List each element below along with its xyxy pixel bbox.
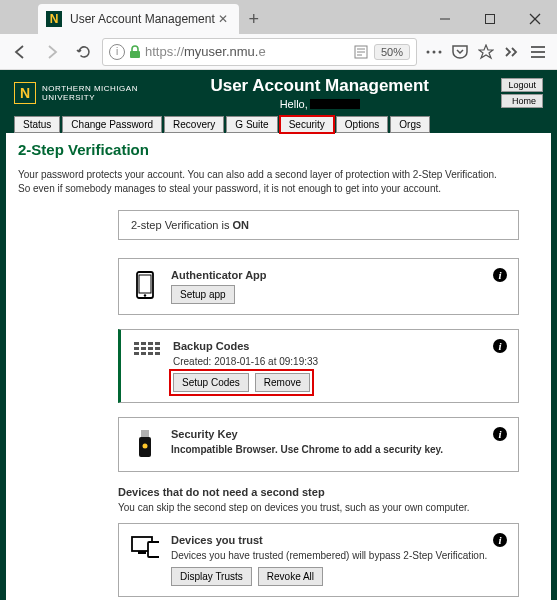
svg-rect-21 — [141, 342, 146, 345]
tab-title: User Account Management — [70, 12, 215, 26]
svg-rect-29 — [141, 352, 146, 355]
svg-rect-25 — [141, 347, 146, 350]
trusted-devices-sub: Devices you have trusted (remembered) wi… — [171, 550, 506, 561]
hamburger-menu-icon[interactable] — [529, 43, 547, 61]
info-icon[interactable]: i — [492, 338, 508, 354]
tab-recovery[interactable]: Recovery — [164, 116, 224, 133]
redacted-username — [310, 99, 360, 109]
svg-rect-20 — [134, 342, 139, 345]
tab-close-icon[interactable]: ✕ — [215, 11, 231, 27]
zoom-badge[interactable]: 50% — [374, 44, 410, 60]
svg-rect-24 — [134, 347, 139, 350]
backup-created-text: Created: 2018-01-16 at 09:19:33 — [173, 356, 506, 367]
security-key-card: Security Key Incompatible Browser. Use C… — [118, 417, 519, 472]
page: N NORTHERN MICHIGAN UNIVERSITY User Acco… — [0, 70, 557, 600]
browser-tab[interactable]: N User Account Management ✕ — [38, 4, 239, 34]
devices-sub: You can skip the second step on devices … — [118, 502, 519, 513]
svg-rect-16 — [139, 275, 151, 293]
codes-grid-icon — [133, 340, 161, 360]
display-trusts-button[interactable]: Display Trusts — [171, 567, 252, 586]
address-bar[interactable]: i https://myuser.nmu.e 50% — [102, 38, 417, 66]
site-title: User Account Management — [138, 76, 502, 96]
bookmark-star-icon[interactable] — [477, 43, 495, 61]
logout-button[interactable]: Logout — [501, 78, 543, 92]
svg-rect-1 — [485, 15, 494, 24]
tab-security[interactable]: Security — [280, 116, 334, 133]
svg-rect-27 — [155, 347, 160, 350]
svg-rect-28 — [134, 352, 139, 355]
remove-codes-button[interactable]: Remove — [255, 373, 310, 392]
svg-rect-40 — [138, 551, 146, 554]
authenticator-card: Authenticator App Setup app i — [118, 258, 519, 315]
nmu-logo: N — [14, 82, 36, 104]
reload-button[interactable] — [70, 38, 98, 66]
intro-text: Your password protects your account. You… — [18, 168, 539, 196]
svg-rect-22 — [148, 342, 153, 345]
university-name: NORTHERN MICHIGAN UNIVERSITY — [42, 84, 138, 102]
verification-status-card: 2-step Verification is ON — [118, 210, 519, 240]
svg-point-9 — [427, 50, 430, 53]
svg-rect-34 — [141, 430, 149, 437]
window-maximize-button[interactable] — [467, 4, 512, 34]
back-button[interactable] — [6, 38, 34, 66]
home-button[interactable]: Home — [501, 94, 543, 108]
setup-codes-button[interactable]: Setup Codes — [173, 373, 249, 392]
security-key-msg: Incompatible Browser. Use Chrome to add … — [171, 444, 506, 455]
tab-options[interactable]: Options — [336, 116, 388, 133]
more-dots-icon[interactable] — [425, 43, 443, 61]
hello-text: Hello, — [138, 98, 502, 110]
svg-rect-23 — [155, 342, 160, 345]
security-key-title: Security Key — [171, 428, 506, 440]
nav-tabs: Status Change Password Recovery G Suite … — [6, 116, 551, 133]
tab-change-password[interactable]: Change Password — [62, 116, 162, 133]
tab-status[interactable]: Status — [14, 116, 60, 133]
site-header: N NORTHERN MICHIGAN UNIVERSITY User Acco… — [6, 70, 551, 116]
usb-key-icon — [131, 428, 159, 458]
lock-icon — [129, 45, 141, 59]
toolbar-overflow-icon[interactable] — [503, 43, 521, 61]
svg-rect-30 — [148, 352, 153, 355]
page-title: 2-Step Verification — [18, 141, 539, 158]
info-icon[interactable]: i — [492, 532, 508, 548]
forward-button — [38, 38, 66, 66]
svg-point-11 — [439, 50, 442, 53]
devices-heading: Devices that do not need a second step — [118, 486, 519, 498]
info-icon[interactable]: i — [492, 267, 508, 283]
reader-mode-icon[interactable] — [352, 45, 370, 59]
status-text: 2-step Verification is ON — [131, 219, 249, 231]
setup-app-button[interactable]: Setup app — [171, 285, 235, 304]
svg-rect-4 — [130, 51, 140, 58]
site-info-icon[interactable]: i — [109, 44, 125, 60]
content-area: 2-Step Verification Your password protec… — [6, 133, 551, 600]
new-tab-button[interactable]: + — [239, 4, 269, 34]
svg-point-36 — [143, 444, 148, 449]
phone-icon — [131, 269, 159, 299]
svg-rect-31 — [155, 352, 160, 355]
revoke-all-button[interactable]: Revoke All — [258, 567, 323, 586]
devices-icon — [131, 534, 159, 558]
pocket-icon[interactable] — [451, 43, 469, 61]
svg-rect-26 — [148, 347, 153, 350]
window-minimize-button[interactable] — [422, 4, 467, 34]
svg-rect-41 — [148, 542, 159, 557]
window-titlebar: N User Account Management ✕ + — [0, 0, 557, 34]
svg-point-10 — [433, 50, 436, 53]
window-close-button[interactable] — [512, 4, 557, 34]
backup-codes-card: Backup Codes Created: 2018-01-16 at 09:1… — [118, 329, 519, 403]
backup-codes-title: Backup Codes — [173, 340, 506, 352]
tab-g-suite[interactable]: G Suite — [226, 116, 277, 133]
tab-orgs[interactable]: Orgs — [390, 116, 430, 133]
trusted-devices-title: Devices you trust — [171, 534, 506, 546]
browser-toolbar: i https://myuser.nmu.e 50% — [0, 34, 557, 70]
url-text: https://myuser.nmu.e — [145, 44, 348, 59]
svg-point-17 — [144, 294, 146, 296]
trusted-devices-card: Devices you trust Devices you have trust… — [118, 523, 519, 597]
backup-buttons-highlighted: Setup Codes Remove — [173, 373, 310, 392]
favicon: N — [46, 11, 62, 27]
authenticator-title: Authenticator App — [171, 269, 506, 281]
info-icon[interactable]: i — [492, 426, 508, 442]
